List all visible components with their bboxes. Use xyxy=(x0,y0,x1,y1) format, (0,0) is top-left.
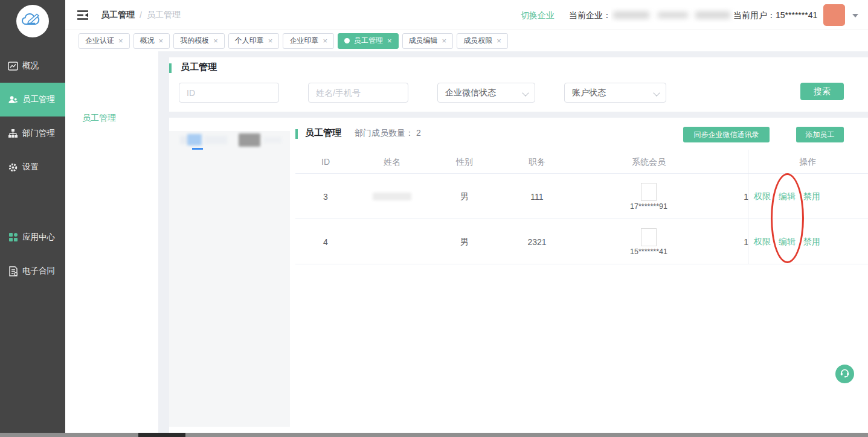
chevron-down-icon xyxy=(653,89,660,96)
id-input[interactable] xyxy=(179,83,279,103)
sidebar-item-label: 设置 xyxy=(22,162,39,173)
cell-position: 2321 xyxy=(501,219,573,264)
column-header-name: 姓名 xyxy=(356,150,428,174)
secondary-sidebar-item-employees[interactable]: 员工管理 xyxy=(82,113,116,124)
cell-position: 111 xyxy=(501,174,573,219)
row-actions: 权限 编辑 禁用 xyxy=(754,174,820,219)
member-avatar xyxy=(641,228,657,246)
disable-link[interactable]: 禁用 xyxy=(803,237,820,247)
sidebar-item-app-center[interactable]: 应用中心 xyxy=(0,220,65,254)
sidebar-item-label: 应用中心 xyxy=(22,232,55,243)
tab-enterprise-auth[interactable]: 企业认证× xyxy=(79,33,130,49)
close-icon[interactable]: × xyxy=(159,37,164,45)
cell-id: 3 xyxy=(295,174,356,219)
tab-bar: 企业认证× 概况× 我的模板× 个人印章× 企业印章× 员工管理× 成员编辑× … xyxy=(65,30,868,51)
section-accent-bar xyxy=(295,129,298,139)
chevron-down-icon xyxy=(522,89,529,96)
edit-link[interactable]: 编辑 xyxy=(779,191,796,202)
close-icon[interactable]: × xyxy=(323,37,327,45)
member-phone: 17*******91 xyxy=(630,202,667,211)
chart-icon xyxy=(8,61,18,71)
close-icon[interactable]: × xyxy=(268,37,273,45)
active-dot-icon xyxy=(344,38,350,43)
sidebar-item-label: 概况 xyxy=(22,60,39,71)
redaction-blur xyxy=(373,193,411,200)
contract-icon xyxy=(8,266,18,276)
switch-company-link[interactable]: 切换企业 xyxy=(521,10,555,21)
current-user-label: 当前用户：15*******41 xyxy=(733,10,817,21)
cell-id: 4 xyxy=(295,219,356,264)
column-header-actions: 操作 xyxy=(748,150,868,174)
search-button[interactable]: 搜索 xyxy=(800,83,844,100)
account-status-select[interactable]: 账户状态 xyxy=(564,83,666,103)
close-icon[interactable]: × xyxy=(442,37,447,45)
wechat-status-select[interactable]: 企业微信状态 xyxy=(437,83,535,103)
filter-section-title: 员工管理 xyxy=(181,62,217,73)
sidebar: 概况 员工管理 部门管理 设置 应用中心 xyxy=(0,0,65,437)
sidebar-item-label: 员工管理 xyxy=(22,94,55,105)
add-employee-button[interactable]: 添加员工 xyxy=(796,127,844,142)
sidebar-item-overview[interactable]: 概况 xyxy=(0,49,65,83)
tab-member-edit[interactable]: 成员编辑× xyxy=(402,33,454,49)
column-header-position: 职务 xyxy=(501,150,573,174)
close-icon[interactable]: × xyxy=(118,37,123,45)
cell-name-redacted xyxy=(356,174,428,219)
tab-member-permission[interactable]: 成员权限× xyxy=(457,33,508,49)
row-actions: 权限 编辑 禁用 xyxy=(754,219,820,264)
scrollbar-thumb[interactable] xyxy=(138,433,185,437)
app-logo[interactable] xyxy=(16,5,49,37)
member-count: 部门成员数量： 2 xyxy=(355,128,421,139)
sidebar-item-employees[interactable]: 员工管理 xyxy=(0,83,65,116)
sidebar-collapse-icon[interactable] xyxy=(77,10,89,21)
name-phone-input[interactable] xyxy=(308,83,408,103)
tab-personal-seal[interactable]: 个人印章× xyxy=(228,33,280,49)
tab-employee-management[interactable]: 员工管理× xyxy=(338,33,399,49)
edit-link[interactable]: 编辑 xyxy=(779,237,796,247)
help-support-button[interactable] xyxy=(835,365,854,383)
cell-gender: 男 xyxy=(428,219,501,264)
breadcrumb-separator: / xyxy=(140,10,142,20)
top-header: 员工管理 / 员工管理 切换企业 当前企业： 当前用户：15*******41 xyxy=(65,0,868,30)
permission-link[interactable]: 权限 xyxy=(754,191,771,202)
column-header-member: 系统会员 xyxy=(573,150,724,174)
employees-section-title: 员工管理 xyxy=(305,127,341,139)
member-avatar xyxy=(641,183,657,201)
table-row: 4 男 2321 15*******41 1 权限 编辑 禁用 xyxy=(295,219,868,264)
tab-enterprise-seal[interactable]: 企业印章× xyxy=(283,33,334,49)
disable-link[interactable]: 禁用 xyxy=(803,191,820,202)
filter-card: 员工管理 企业微信状态 账户状态 搜索 xyxy=(169,57,868,112)
close-icon[interactable]: × xyxy=(213,37,218,45)
cell-name-redacted xyxy=(356,219,428,264)
breadcrumb-page: 员工管理 xyxy=(147,10,181,21)
member-count-value: 2 xyxy=(416,128,421,138)
column-header-id: ID xyxy=(295,150,356,174)
section-accent-bar xyxy=(169,63,172,73)
permission-link[interactable]: 权限 xyxy=(754,237,771,247)
tab-overview[interactable]: 概况× xyxy=(133,33,170,49)
sidebar-item-label: 电子合同 xyxy=(22,266,55,276)
current-company-redacted xyxy=(611,7,736,23)
user-menu-caret-icon[interactable] xyxy=(852,14,858,18)
sidebar-item-departments[interactable]: 部门管理 xyxy=(0,116,65,150)
app-root: 概况 员工管理 部门管理 设置 应用中心 xyxy=(0,0,868,437)
sync-wechat-contacts-button[interactable]: 同步企业微信通讯录 xyxy=(683,127,770,142)
sidebar-item-settings[interactable]: 设置 xyxy=(0,150,65,184)
user-avatar[interactable] xyxy=(823,4,845,26)
sidebar-item-label: 部门管理 xyxy=(22,128,55,139)
cell-system-member: 15*******41 xyxy=(573,219,724,264)
table-row: 3 男 111 17*******91 1 权限 编辑 禁用 xyxy=(295,174,868,219)
breadcrumb-section[interactable]: 员工管理 xyxy=(101,10,135,21)
close-icon[interactable]: × xyxy=(387,37,392,45)
tab-my-templates[interactable]: 我的模板× xyxy=(173,33,225,49)
close-icon[interactable]: × xyxy=(497,37,501,45)
breadcrumb: 员工管理 / 员工管理 xyxy=(101,0,181,30)
apps-icon xyxy=(8,232,18,243)
horizontal-scrollbar[interactable] xyxy=(0,433,868,437)
employees-card: 员工管理 部门成员数量： 2 同步企业微信通讯录 添加员工 ID 姓名 性别 职… xyxy=(169,118,868,437)
cloud-pen-logo-icon xyxy=(21,10,44,33)
department-tree-panel[interactable] xyxy=(169,131,290,427)
member-count-label: 部门成员数量： xyxy=(355,128,414,138)
current-company-label: 当前企业： xyxy=(569,10,611,21)
table-header-row: ID 姓名 性别 职务 系统会员 操作 xyxy=(295,150,868,174)
sidebar-item-e-contract[interactable]: 电子合同 xyxy=(0,254,65,288)
